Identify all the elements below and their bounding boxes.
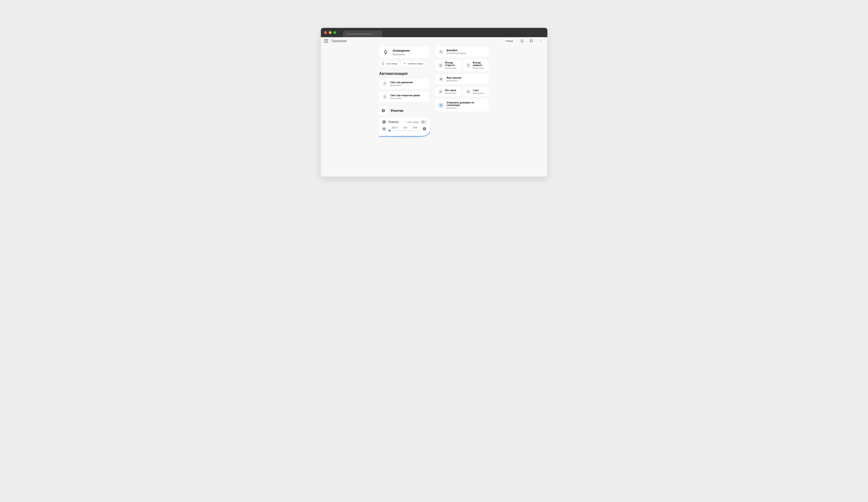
card-title: Домофон [446,49,466,52]
socket-last-active: 1 час назад [406,121,418,123]
window-titlebar [321,28,547,37]
once-card[interactable]: 1 раз Выключено [463,87,489,96]
chevron-left-icon: ‹ [505,40,506,42]
phone-icon [438,49,444,54]
lighting-title: Освещение [393,49,410,52]
card-status: Включено [446,107,486,109]
app-header: Прихожая ‹ Назад [321,37,547,45]
motion-icon [403,62,406,65]
sockets-header-icon-box [379,106,388,115]
socket-shadow-decoration [380,136,430,138]
package-icon [438,76,444,82]
door-sensor-label: 1 час назад [386,62,397,65]
sensor-chips: 1 час назад 4 минуты назад [379,61,430,66]
card-status: Выключено [473,67,486,69]
svg-line-1 [523,42,524,42]
browser-tab[interactable] [343,31,382,37]
sockets-section-title: Розетки [391,109,403,112]
automation-section-title: Автоматизация [379,72,430,76]
socket-card[interactable]: Розетка 1 час назад 232 V 0 A 0 W [379,117,430,135]
tab-title-placeholder [346,34,372,34]
motion-sensor-chip[interactable]: 4 минуты назад [401,61,425,66]
socket-name: Розетка [389,120,399,124]
card-title: Без звука [445,89,456,92]
socket-metrics: 232 V 0 A 0 W [389,126,420,129]
svg-point-8 [384,82,385,83]
mute-card[interactable]: Без звука Выключено [435,87,461,96]
browser-window: Прихожая ‹ Назад Освещение Выключено [321,28,547,177]
door-open-icon [438,62,443,68]
more-icon[interactable] [538,38,543,43]
maximize-icon[interactable] [333,31,336,34]
minimize-icon[interactable] [329,31,332,34]
chat-icon[interactable] [529,38,534,43]
automation-motion-card[interactable]: Свет при движении Выключено [379,79,430,89]
svg-rect-23 [440,64,441,66]
door-closed-icon [465,62,471,68]
svg-point-31 [441,105,441,105]
door-icon [382,62,384,65]
svg-rect-24 [467,64,469,66]
svg-rect-5 [382,63,384,65]
current: 0 A [404,126,407,129]
automation-door-card[interactable]: Свет при открытии двери Выключено [379,92,430,102]
left-column: Освещение Выключено 1 час назад 4 минуты… [379,47,430,135]
card-status: Выключено [445,67,459,69]
card-status: Выключено [473,92,484,94]
always-closed-card[interactable]: Всегда закрыто Выключено [463,60,489,71]
card-status: На прошлой неделе [446,52,466,54]
wait-courier-card[interactable]: Жду курьера Выключено [435,74,489,84]
card-status: Выключено [390,97,420,100]
svg-point-2 [540,40,541,40]
back-button[interactable]: ‹ Назад [503,38,515,43]
lightbulb-icon [382,49,389,55]
house-icon [382,127,386,131]
socket-icon [422,127,426,131]
svg-point-21 [424,129,424,129]
lighting-card[interactable]: Освещение Выключено [379,47,430,58]
card-title: Всегда закрыто [473,61,486,66]
socket-icon [381,109,385,113]
card-title: Всегда открыто [445,61,459,66]
pin-icon [438,102,444,108]
menu-icon[interactable] [324,39,328,42]
mute-once-icon [465,89,471,94]
mute-icon [438,89,443,94]
card-title: Свет при открытии двери [390,94,420,97]
traffic-lights [324,31,336,34]
card-title: Жду курьера [446,76,462,79]
lighting-status: Выключено [393,53,410,56]
card-title: Открывать домофон по геопозиции [446,101,486,106]
svg-point-16 [383,121,385,123]
socket-slider[interactable] [389,130,420,131]
door-sensor-chip[interactable]: 1 час назад [379,61,399,66]
card-title: Свет при движении [390,81,413,84]
card-title: 1 раз [473,89,484,92]
svg-point-25 [468,65,469,65]
svg-point-3 [540,41,541,41]
svg-point-4 [540,42,541,42]
card-status: Выключено [446,80,462,82]
power: 0 W [413,126,417,129]
svg-point-20 [424,128,425,130]
always-open-card[interactable]: Всегда открыто Выключено [435,60,461,71]
page-title: Прихожая [332,39,347,43]
door-icon [382,94,388,100]
right-column: Домофон На прошлой неделе Всегда открыто… [435,47,489,135]
svg-point-7 [404,63,405,63]
voltage: 232 V [392,126,397,129]
svg-point-22 [425,129,425,129]
content: Освещение Выключено 1 час назад 4 минуты… [321,45,547,142]
search-icon[interactable] [519,38,525,43]
geo-open-card[interactable]: Открывать домофон по геопозиции Включено [435,99,489,112]
svg-point-12 [383,110,384,112]
walk-icon [382,81,388,86]
close-icon[interactable] [324,31,327,34]
socket-icon [382,120,386,124]
back-button-label: Назад [506,40,513,42]
card-status: Выключено [445,92,456,94]
socket-toggle[interactable] [421,120,426,124]
intercom-card[interactable]: Домофон На прошлой неделе [435,47,489,57]
svg-point-0 [521,40,523,42]
motion-sensor-label: 4 минуты назад [407,62,423,65]
